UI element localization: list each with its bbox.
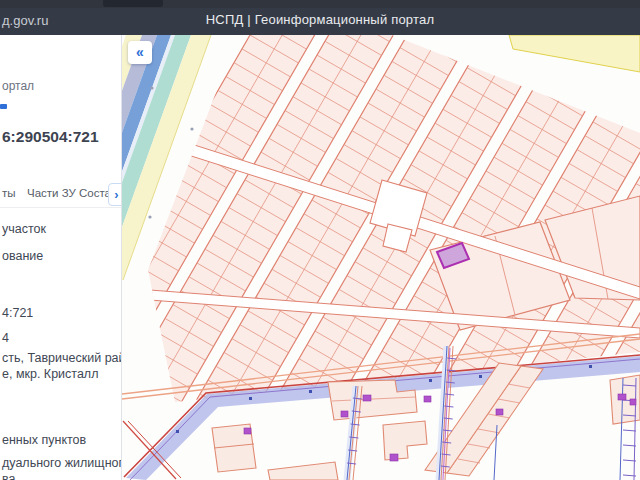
object-type-value: участок — [2, 222, 46, 236]
address-line-1: сть, Таврический район, — [2, 351, 122, 365]
tab-parts-zu[interactable]: Части ЗУ — [27, 187, 76, 199]
tab-fragment[interactable]: ты — [2, 187, 16, 199]
usage-label: ование — [2, 249, 43, 263]
cadastral-number-title: 6:290504:721 — [2, 128, 99, 146]
app-window: « ортал 6:290504:721 ты Части ЗУ Состав … — [0, 0, 640, 480]
land-category-value: енных пунктов — [2, 433, 86, 447]
quarter-value: 4 — [2, 331, 9, 345]
tabs-scroll-right-button[interactable]: › — [108, 183, 122, 206]
divider — [0, 207, 122, 208]
panel-collapse-button[interactable]: « — [128, 41, 152, 64]
parcel-info-panel: ортал 6:290504:721 ты Части ЗУ Состав › … — [0, 35, 122, 480]
link-fragment[interactable] — [0, 104, 7, 109]
address-line-2: е, мкр. Кристалл — [2, 367, 98, 381]
portal-text-fragment: ортал — [2, 79, 34, 93]
page-title: НСПД | Геоинформационный портал — [0, 12, 640, 27]
permitted-use-line-2: ва — [2, 472, 15, 480]
cad-number-value: 4:721 — [2, 306, 33, 320]
browser-tab-notch[interactable] — [103, 0, 163, 7]
browser-chrome-strip — [0, 0, 640, 8]
permitted-use-line-1: дуального жилищного — [2, 456, 122, 470]
top-header-bar: д.gov.ru НСПД | Геоинформационный портал — [0, 0, 640, 35]
panel-tabs: ты Части ЗУ Состав › — [0, 183, 122, 207]
